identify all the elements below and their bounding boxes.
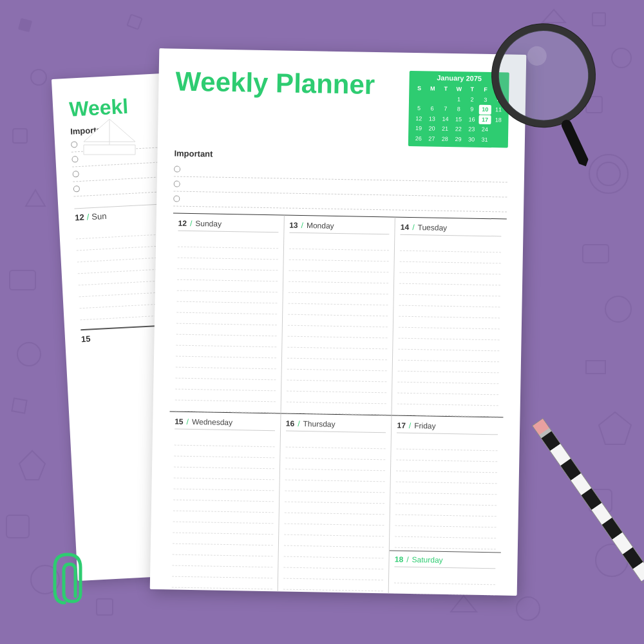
cal-w1-d3 — [439, 94, 452, 104]
paper-back-day-num: 12 — [75, 213, 84, 223]
paperclip-decoration — [52, 551, 97, 618]
cal-header-w: W — [453, 84, 466, 94]
day-name-friday: Friday — [414, 421, 436, 431]
important-label: Important — [174, 148, 507, 164]
svg-point-14 — [597, 162, 620, 185]
day-slash-wednesday: / — [187, 417, 189, 426]
day-name-monday: Monday — [307, 221, 334, 231]
cal-w3-d3: 14 — [439, 114, 452, 124]
day-name-sunday: Sunday — [195, 219, 222, 229]
cal-w5-d2: 27 — [425, 134, 438, 144]
paper-header: Weekly Planner January 2075 S M T W T F … — [175, 67, 509, 148]
cal-w4-d1: 19 — [412, 124, 425, 133]
cal-w1-d2 — [426, 94, 439, 104]
cal-header-s: S — [413, 84, 426, 93]
svg-marker-27 — [84, 145, 135, 155]
paper-front: Weekly Planner January 2075 S M T W T F … — [150, 48, 527, 596]
svg-point-23 — [516, 597, 540, 620]
svg-rect-8 — [6, 515, 29, 538]
cal-w4-d3: 21 — [439, 124, 451, 134]
day-cell-sunday: 12 / Sunday — [170, 213, 285, 413]
svg-marker-22 — [451, 596, 477, 612]
day-header-friday: 17 / Friday — [397, 421, 498, 435]
cal-w4-d2: 20 — [426, 124, 439, 134]
svg-rect-4 — [10, 270, 35, 290]
svg-marker-3 — [26, 190, 45, 206]
svg-point-1 — [31, 70, 46, 85]
day-num-16: 16 — [286, 419, 295, 428]
cal-w1-d4: 1 — [453, 95, 466, 104]
day-header-sunday: 12 / Sunday — [178, 218, 278, 232]
svg-point-13 — [589, 155, 628, 193]
svg-rect-6 — [12, 398, 26, 413]
day-cell-monday: 13 / Monday — [281, 215, 395, 415]
paper-back-day-name: Sun — [91, 211, 107, 222]
paper-title: Weekly Planner — [175, 67, 375, 100]
svg-rect-15 — [583, 245, 609, 263]
cal-w1-d1 — [413, 94, 426, 104]
day-name-wednesday: Wednesday — [192, 417, 232, 427]
day-slash-sunday: / — [190, 219, 193, 228]
checkbox-3 — [72, 171, 79, 178]
cal-w5-d4: 29 — [452, 135, 465, 144]
days-grid-top: 12 / Sunday 13 / Monday — [170, 213, 507, 417]
day-slash-saturday: / — [406, 554, 409, 564]
day-cell-wednesday: 15 / Wednesday — [166, 412, 281, 596]
svg-rect-21 — [97, 599, 113, 615]
important-checkbox-1 — [174, 166, 180, 172]
day-name-thursday: Thursday — [303, 419, 335, 429]
days-grid-bottom: 15 / Wednesday 16 / Thursday — [166, 411, 504, 596]
day-num-17: 17 — [397, 421, 406, 430]
cal-w2-d1: 5 — [413, 104, 426, 113]
day-header-tuesday: 14 / Tuesday — [401, 222, 502, 236]
day-lines-friday — [395, 438, 498, 549]
cal-w5-d6: 31 — [478, 135, 491, 145]
svg-rect-2 — [13, 129, 27, 143]
day-num-15: 15 — [175, 417, 184, 426]
cal-w5-d1: 26 — [412, 134, 425, 144]
cal-w3-d2: 13 — [426, 114, 439, 124]
day-slash-friday: / — [409, 421, 412, 430]
svg-marker-7 — [19, 451, 45, 480]
day-name-tuesday: Tuesday — [417, 223, 447, 232]
important-checkbox-3 — [173, 195, 180, 202]
cal-w5-d7 — [491, 135, 504, 145]
day-num-12: 12 — [178, 218, 187, 227]
day-header-saturday: 18 / Saturday — [395, 554, 496, 569]
svg-point-16 — [605, 296, 631, 322]
friday-section: 17 / Friday — [390, 415, 503, 549]
svg-point-30 — [482, 14, 605, 137]
svg-marker-18 — [599, 412, 631, 444]
important-items — [173, 162, 507, 212]
day-cell-thursday: 16 / Thursday — [277, 413, 392, 596]
cal-w2-d4: 8 — [452, 104, 465, 114]
cal-w4-d4: 22 — [452, 124, 465, 134]
svg-rect-0 — [18, 18, 32, 32]
cal-w5-d5: 30 — [465, 135, 478, 144]
saturday-section: 18 / Saturday — [388, 550, 501, 596]
day-lines-tuesday — [397, 240, 501, 417]
day-lines-sunday — [175, 236, 278, 413]
cal-header-m: M — [426, 84, 439, 93]
checkbox-1 — [71, 141, 78, 148]
day-num-18: 18 — [395, 554, 404, 564]
svg-line-31 — [556, 125, 594, 162]
cal-w5-d3: 28 — [439, 135, 451, 144]
cal-w2-d2: 6 — [426, 104, 439, 114]
paper-boat — [77, 106, 142, 160]
important-checkbox-2 — [174, 180, 180, 187]
day-cell-tuesday: 14 / Tuesday — [392, 217, 507, 417]
svg-rect-10 — [592, 13, 605, 26]
day-num-13: 13 — [289, 220, 298, 229]
cal-header-t1: T — [439, 84, 452, 94]
cal-w3-d4: 15 — [452, 115, 465, 124]
paper-back-slash: / — [86, 212, 89, 222]
day-header-thursday: 16 / Thursday — [286, 419, 386, 433]
day-slash-thursday: / — [298, 419, 300, 428]
day-slash-monday: / — [301, 221, 304, 230]
day-cell-friday-saturday: 17 / Friday 18 / Saturday — [388, 415, 503, 596]
cal-w2-d3: 7 — [439, 104, 452, 114]
day-slash-tuesday: / — [412, 223, 415, 232]
paper-back-day2-num: 15 — [81, 334, 91, 344]
cal-w3-d1: 12 — [412, 114, 425, 124]
